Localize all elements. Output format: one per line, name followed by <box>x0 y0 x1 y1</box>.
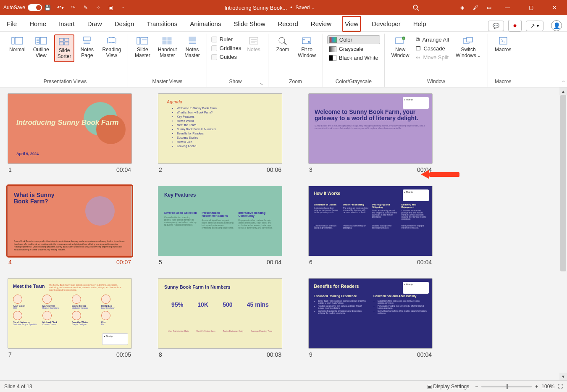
svg-rect-5 <box>40 37 47 44</box>
slide-sorter-area: Introducing Sunny Book Farm April 9, 202… <box>0 87 567 380</box>
redo-icon[interactable]: ↷ <box>69 3 77 12</box>
svg-rect-9 <box>59 38 63 41</box>
slide-thumbnail[interactable]: Sunny Book Farm in Numbers 95%10K50045 m… <box>158 278 297 358</box>
svg-rect-22 <box>168 41 171 44</box>
scroll-down-icon[interactable]: ▼ <box>559 373 567 380</box>
slide-time: 00:07 <box>116 259 131 266</box>
dialog-launcher-icon[interactable]: ⤡ <box>260 82 263 86</box>
save-icon[interactable]: 💾 <box>44 3 52 12</box>
tab-design[interactable]: Design <box>113 17 136 32</box>
tab-transitions[interactable]: Transitions <box>145 17 179 32</box>
group-label: Master Views <box>152 78 183 86</box>
fit-to-window-icon[interactable]: ⛶ <box>558 384 563 389</box>
fit-to-window-button[interactable]: Fit toWindow <box>295 34 318 61</box>
tab-home[interactable]: Home <box>28 17 48 32</box>
svg-rect-10 <box>65 38 69 41</box>
svg-text:+: + <box>403 37 404 40</box>
outline-view-button[interactable]: OutlineView <box>31 34 52 61</box>
scroll-up-icon[interactable]: ▲ <box>559 87 567 95</box>
tab-animations[interactable]: Animations <box>188 17 223 32</box>
slide-master-button[interactable]: SlideMaster <box>132 34 153 61</box>
display-settings-button[interactable]: ▣ Display Settings <box>427 384 469 389</box>
slide-time: 00:04 <box>267 259 281 266</box>
ruler-checkbox[interactable]: Ruler <box>211 35 241 43</box>
tab-file[interactable]: File <box>5 17 18 32</box>
record-button[interactable]: ● <box>508 20 522 32</box>
user-badge[interactable]: 👤 <box>551 20 562 31</box>
autosave-control[interactable]: AutoSave On <box>3 4 39 11</box>
zoom-button[interactable]: Zoom <box>273 34 293 55</box>
slide-thumbnail[interactable]: Introducing Sunny Book Farm April 9, 202… <box>8 93 146 173</box>
notes-master-icon <box>186 36 199 45</box>
saved-status-dropdown[interactable]: Saved ⌄ <box>295 5 315 11</box>
slide-sorter-button[interactable]: SlideSorter <box>54 34 75 62</box>
slide-thumbnail[interactable]: ● Plus tip Welcome to Sunny Book Farm, y… <box>308 93 447 173</box>
grayscale-option[interactable]: Grayscale <box>327 45 380 53</box>
svg-rect-11 <box>59 42 63 45</box>
paint-icon[interactable]: 🖌 <box>471 3 480 12</box>
cascade-button[interactable]: ❐Cascade <box>414 45 451 53</box>
window-layout-icon[interactable]: ▭ <box>485 3 493 12</box>
tab-insert[interactable]: Insert <box>57 17 76 32</box>
share-button[interactable]: ↗ ▾ <box>526 21 543 31</box>
tab-slideshow[interactable]: Slide Show <box>232 17 267 32</box>
comments-button[interactable]: 💬 <box>488 21 504 31</box>
macros-button[interactable]: Macros <box>492 34 514 55</box>
color-option[interactable]: Color <box>327 35 380 44</box>
statusbar: Slide 4 of 13 ▣ Display Settings − + 100… <box>0 380 567 392</box>
tab-help[interactable]: Help <box>412 17 428 32</box>
normal-view-button[interactable]: Normal <box>7 34 28 55</box>
slide-time: 00:04 <box>417 351 432 358</box>
present-icon[interactable]: ▣ <box>107 3 115 12</box>
tab-record[interactable]: Record <box>276 17 299 32</box>
notes-master-button[interactable]: NotesMaster <box>182 34 202 61</box>
group-master-views: SlideMaster HandoutMaster NotesMaster Ma… <box>128 34 207 87</box>
reading-view-button[interactable]: ReadingView <box>100 34 123 61</box>
handout-master-button[interactable]: HandoutMaster <box>155 34 179 61</box>
svg-rect-32 <box>302 38 311 44</box>
maximize-button[interactable]: ▢ <box>522 1 540 14</box>
arrange-all-button[interactable]: ⧉Arrange All <box>414 35 451 44</box>
vertical-scrollbar[interactable]: ▲ ▼ <box>559 87 567 380</box>
new-window-button[interactable]: + NewWindow <box>389 34 412 61</box>
tab-view[interactable]: View <box>342 16 361 32</box>
slide-thumbnail[interactable]: ● Plus tip Benefits for Readers Enhanced… <box>308 278 447 358</box>
tab-review[interactable]: Review <box>309 17 333 32</box>
slide-thumbnail[interactable]: ● Plus tip How It Works Selection of Boo… <box>308 186 447 266</box>
slide-thumbnail[interactable]: Agenda Welcome to Sunny Book FarmWhat is… <box>158 93 297 173</box>
scroll-thumb[interactable] <box>560 95 566 271</box>
notes-page-icon <box>80 36 94 45</box>
slide-thumbnail[interactable]: Key Features Diverse Book SelectionCurat… <box>158 186 297 266</box>
tab-developer[interactable]: Developer <box>370 17 402 32</box>
group-show: Ruler Gridlines Guides Notes Show ⤡ <box>207 34 268 87</box>
slide-thumbnail[interactable]: Meet the Team The Sunny Book Farm team c… <box>8 278 146 358</box>
collapse-ribbon-icon[interactable]: ⌃ <box>562 80 565 85</box>
autosave-toggle[interactable] <box>28 4 42 11</box>
black-white-option[interactable]: Black and White <box>327 54 380 62</box>
notes-page-button[interactable]: NotesPage <box>77 34 97 61</box>
minimize-button[interactable]: — <box>498 1 517 14</box>
svg-rect-20 <box>168 37 171 40</box>
touch-mode-icon[interactable]: ✎ <box>81 3 90 12</box>
undo-icon[interactable]: ↶▾ <box>56 3 65 12</box>
customize-qat-icon[interactable]: ⁼ <box>119 3 128 12</box>
gridlines-checkbox[interactable]: Gridlines <box>211 44 241 52</box>
zoom-out-button[interactable]: − <box>475 384 478 389</box>
zoom-in-button[interactable]: + <box>535 384 538 389</box>
slide-thumbnail[interactable]: What is Sunny Book Farm? Sunny Book Farm… <box>8 186 146 266</box>
group-zoom: Zoom Fit toWindow Zoom <box>268 34 323 87</box>
ribbon-tabs: File Home Insert Draw Design Transitions… <box>0 15 567 32</box>
svg-rect-2 <box>12 37 14 44</box>
svg-rect-18 <box>142 39 147 40</box>
guides-checkbox[interactable]: Guides <box>211 53 241 61</box>
zoom-slider[interactable] <box>481 386 532 387</box>
quick-icon-2[interactable]: ✧ <box>94 3 102 12</box>
close-button[interactable]: ✕ <box>545 1 564 14</box>
tab-draw[interactable]: Draw <box>86 17 104 32</box>
search-icon[interactable] <box>412 3 420 12</box>
zoom-percent[interactable]: 100% <box>541 384 554 389</box>
switch-windows-button[interactable]: SwitchWindows ⌄ <box>453 34 483 61</box>
diamond-icon[interactable]: ◈ <box>458 3 466 12</box>
svg-rect-26 <box>249 37 258 44</box>
svg-line-31 <box>284 42 286 45</box>
